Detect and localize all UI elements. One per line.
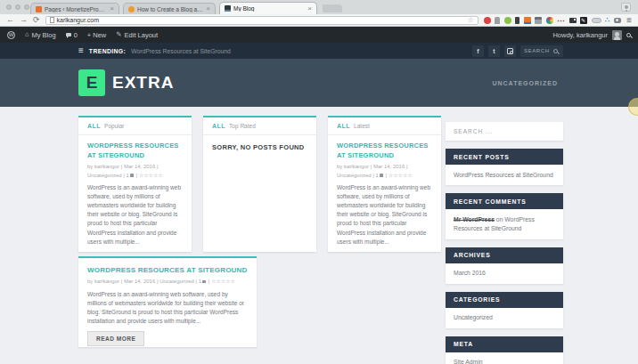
widget-title: META [446, 336, 563, 352]
post-meta: by karlkangur | Mar 14, 2016 | Uncategor… [87, 278, 248, 287]
red-ellipsis-icon[interactable]: ⋯ [557, 17, 565, 24]
chrome-menu-icon[interactable]: ≡ [626, 16, 632, 25]
post-title-link[interactable]: WordPress Resources at SiteGround [87, 265, 248, 275]
browser-tab-active[interactable]: My Blog × [219, 2, 317, 14]
adblock-icon[interactable] [484, 17, 491, 24]
widget-categories: CATEGORIES Uncategorized [446, 292, 563, 328]
capsule-extension-icon[interactable] [592, 18, 601, 23]
url-text: karlkangur.com [57, 17, 99, 23]
facebook-icon[interactable]: f [472, 45, 484, 57]
site-logo[interactable]: E EXTRA [78, 69, 174, 96]
phone-icon[interactable] [515, 17, 519, 24]
hand-pointer-icon[interactable] [495, 17, 500, 24]
window-zoom-button[interactable] [24, 4, 29, 10]
hamburger-menu-icon[interactable]: ≡ [78, 46, 84, 55]
admin-bar-site-name[interactable]: ⌂ My Blog [25, 31, 56, 39]
site-admin-link[interactable]: Site Admin [454, 359, 483, 364]
browser-profile-icon[interactable] [621, 3, 631, 12]
module-tab-header[interactable]: ALL Top Rated [203, 117, 316, 135]
post-teaser: WordPress Resources at SiteGround by kar… [78, 135, 192, 252]
browser-tab-strip: Pages ‹ MonetizePros — W × How to Create… [0, 0, 638, 14]
archive-link[interactable]: March 2016 [454, 270, 486, 276]
window-close-button[interactable] [6, 4, 12, 10]
color-wheel-icon[interactable] [546, 17, 553, 24]
edit-extension-icon[interactable] [580, 17, 587, 24]
back-icon[interactable]: ← [6, 16, 14, 24]
sidebar-search-input[interactable] [446, 122, 563, 141]
tab-title: My Blog [233, 5, 305, 12]
tab-all[interactable]: ALL [337, 123, 350, 129]
blue-dots-icon[interactable]: ∴ [605, 17, 609, 24]
instagram-icon[interactable] [504, 45, 516, 57]
user-avatar[interactable] [612, 30, 622, 40]
nav-item-uncategorized[interactable]: UNCATEGORIZED [492, 80, 558, 86]
post-title-link[interactable]: WordPress Resources at SiteGround [337, 142, 432, 160]
wordpress-logo-icon[interactable]: W [7, 31, 15, 39]
extra-logo-icon: E [78, 69, 105, 96]
instagram-glyph [507, 48, 513, 54]
screenshot-icon[interactable] [569, 18, 577, 23]
blog-feed-post: WordPress Resources at SiteGround by kar… [78, 256, 257, 347]
howdy-text[interactable]: Howdy, karlkangur [552, 31, 608, 39]
widget-recent-posts: RECENT POSTS WordPress Resources at Site… [446, 149, 563, 185]
widget-title: CATEGORIES [446, 292, 563, 308]
stack-icon[interactable] [535, 17, 542, 24]
tabbed-posts-module-popular: ALL Popular WordPress Resources at SiteG… [78, 116, 192, 252]
widget-archives: ARCHIVES March 2016 [446, 247, 563, 284]
post-teaser: WordPress Resources at SiteGround by kar… [328, 135, 441, 252]
module-tab-header[interactable]: ALL Popular [78, 117, 192, 135]
tab-close-icon[interactable]: × [110, 5, 114, 12]
favicon [225, 5, 231, 12]
post-title-link[interactable]: WordPress Resources at SiteGround [87, 142, 183, 160]
new-tab-button[interactable] [323, 4, 342, 12]
tab-all[interactable]: ALL [212, 123, 225, 129]
bookmark-star-icon[interactable]: ☆ [467, 16, 473, 24]
tab-filter-label: Latest [354, 123, 370, 129]
orange-app-icon[interactable] [524, 17, 531, 24]
header-search-icon[interactable] [553, 49, 558, 53]
trending-post-link[interactable]: WordPress Resources at SiteGround [131, 48, 231, 54]
widget-title: RECENT COMMENTS [446, 193, 563, 209]
tab-title: Pages ‹ MonetizePros — W [45, 6, 107, 12]
forward-icon[interactable]: → [20, 16, 28, 24]
address-bar[interactable]: karlkangur.com ☆ [45, 16, 478, 25]
twitter-icon[interactable]: t [488, 45, 500, 57]
comment-connector: on [496, 216, 503, 222]
module-tab-header[interactable]: ALL Latest [328, 117, 441, 135]
browser-toolbar: ← → ⟳ karlkangur.com ☆ ⋯ ∴ ≡ [0, 14, 638, 27]
pencil-icon: ✎ [116, 31, 121, 38]
refresh-icon[interactable]: ⟳ [33, 16, 40, 24]
no-posts-message: SORRY, NO POSTS FOUND [203, 135, 316, 159]
read-more-button[interactable]: READ MORE [87, 331, 144, 346]
comment-author-link[interactable]: Mr WordPress [454, 216, 495, 222]
admin-bar-comments[interactable]: 0 [66, 31, 78, 39]
page-content: ALL Popular WordPress Resources at SiteG… [0, 107, 638, 364]
camera-icon[interactable] [614, 18, 621, 23]
post-rating-stars: | ☆☆☆☆☆ [136, 173, 163, 178]
widget-meta: META Site Admin [446, 336, 563, 364]
extensions-area: ⋯ ∴ ≡ [484, 16, 632, 25]
page-icon [50, 17, 54, 23]
green-extension-icon[interactable] [504, 17, 511, 24]
window-controls [6, 4, 29, 10]
tabbed-posts-module-top-rated: ALL Top Rated SORRY, NO POSTS FOUND [203, 116, 316, 252]
site-header: E EXTRA UNCATEGORIZED [0, 59, 638, 107]
admin-bar-new-button[interactable]: + New [87, 31, 106, 39]
category-link[interactable]: Uncategorized [454, 314, 493, 320]
sidebar: RECENT POSTS WordPress Resources at Site… [446, 121, 563, 364]
home-icon: ⌂ [25, 31, 29, 38]
tab-close-icon[interactable]: × [307, 5, 312, 12]
window-minimize-button[interactable] [15, 4, 20, 10]
comment-bubble-icon [130, 174, 134, 177]
recent-post-link[interactable]: WordPress Resources at SiteGround [454, 172, 553, 178]
admin-search-icon[interactable] [626, 33, 631, 37]
comment-bubble-icon [202, 280, 206, 284]
tab-close-icon[interactable]: × [206, 5, 210, 12]
browser-tab-2[interactable]: How to Create a Blog and ... × [123, 3, 216, 14]
post-excerpt: WordPress is an award-winning web softwa… [87, 290, 248, 326]
tab-filter-label: Top Rated [229, 123, 256, 129]
browser-tab-1[interactable]: Pages ‹ MonetizePros — W × [30, 3, 119, 14]
comment-bubble-icon [380, 174, 383, 177]
admin-bar-edit-layout[interactable]: ✎ Edit Layout [116, 31, 158, 39]
tab-all[interactable]: ALL [87, 123, 101, 129]
